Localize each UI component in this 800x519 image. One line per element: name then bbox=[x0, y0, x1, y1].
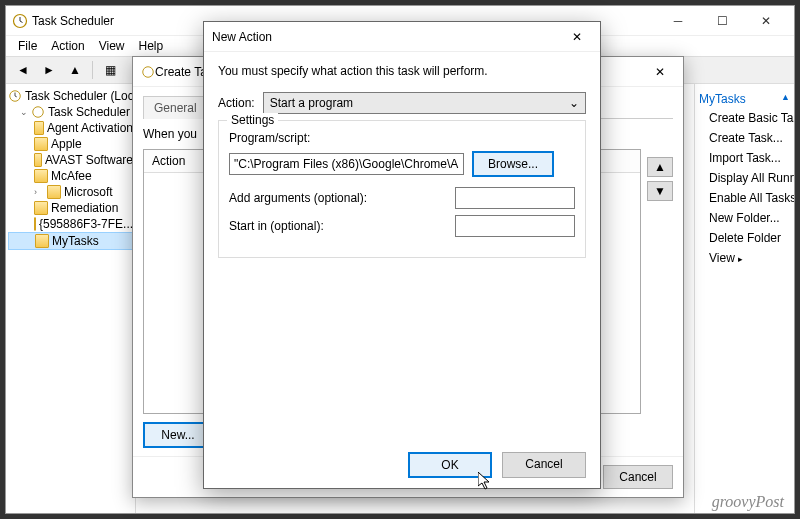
nav-fwd-button[interactable]: ► bbox=[38, 59, 60, 81]
action-row: Action: Start a program ⌄ bbox=[218, 92, 586, 114]
tree-item[interactable]: Apple bbox=[8, 136, 133, 152]
tree-item[interactable]: Remediation bbox=[8, 200, 133, 216]
tree-item-label: Agent Activation bbox=[47, 121, 133, 135]
move-down-button[interactable]: ▼ bbox=[647, 181, 673, 201]
menu-file[interactable]: File bbox=[12, 37, 43, 55]
expander-icon[interactable]: ⌄ bbox=[20, 107, 28, 117]
dropdown-value: Start a program bbox=[270, 96, 353, 110]
action-item[interactable]: Enable All Tasks History bbox=[699, 188, 790, 208]
menu-help[interactable]: Help bbox=[133, 37, 170, 55]
tree-item-label: Microsoft bbox=[64, 185, 113, 199]
view-button[interactable]: ▦ bbox=[99, 59, 121, 81]
watermark: groovyPost bbox=[712, 493, 784, 511]
args-input[interactable] bbox=[455, 187, 575, 209]
actions-header: MyTasks▲ bbox=[699, 90, 790, 108]
action-item[interactable]: Display All Running Tasks bbox=[699, 168, 790, 188]
tree-item-label: MyTasks bbox=[52, 234, 99, 248]
minimize-button[interactable]: ─ bbox=[656, 7, 700, 35]
dialog-footer: OK Cancel bbox=[204, 442, 600, 488]
startin-row: Start in (optional): bbox=[229, 215, 575, 237]
tree-panel[interactable]: Task Scheduler (Local) ⌄ Task Scheduler … bbox=[6, 84, 136, 513]
folder-icon bbox=[47, 185, 61, 199]
tree-item-selected[interactable]: MyTasks bbox=[8, 232, 133, 250]
folder-icon bbox=[34, 137, 48, 151]
program-row: Browse... bbox=[229, 151, 575, 177]
action-dropdown[interactable]: Start a program ⌄ bbox=[263, 92, 586, 114]
app-icon bbox=[141, 65, 155, 79]
action-item[interactable]: View ▸ bbox=[699, 248, 790, 268]
svg-point-3 bbox=[143, 66, 154, 77]
tree-library[interactable]: ⌄ Task Scheduler Library bbox=[8, 104, 133, 120]
args-row: Add arguments (optional): bbox=[229, 187, 575, 209]
action-item[interactable]: Create Task... bbox=[699, 128, 790, 148]
menu-action[interactable]: Action bbox=[45, 37, 90, 55]
tree-item[interactable]: McAfee bbox=[8, 168, 133, 184]
actions-panel: MyTasks▲ Create Basic Task... Create Tas… bbox=[694, 84, 794, 513]
tree-item-label: {595886F3-7FE... bbox=[39, 217, 133, 231]
folder-icon bbox=[34, 121, 44, 135]
folder-icon bbox=[34, 169, 48, 183]
folder-icon bbox=[35, 234, 49, 248]
program-label: Program/script: bbox=[229, 131, 575, 145]
expander-icon[interactable]: › bbox=[34, 187, 44, 197]
args-label: Add arguments (optional): bbox=[229, 191, 367, 205]
nav-back-button[interactable]: ◄ bbox=[12, 59, 34, 81]
close-button[interactable]: ✕ bbox=[744, 7, 788, 35]
cancel-button[interactable]: Cancel bbox=[603, 465, 673, 489]
instruction-text: You must specify what action this task w… bbox=[218, 64, 586, 78]
tree-item-label: AVAST Software bbox=[45, 153, 133, 167]
dialog-titlebar: New Action ✕ bbox=[204, 22, 600, 52]
action-item[interactable]: New Folder... bbox=[699, 208, 790, 228]
actions-header-label: MyTasks bbox=[699, 92, 746, 106]
folder-icon bbox=[34, 201, 48, 215]
move-up-button[interactable]: ▲ bbox=[647, 157, 673, 177]
tree-library-label: Task Scheduler Library bbox=[48, 105, 136, 119]
svg-point-2 bbox=[33, 107, 44, 118]
tree-item[interactable]: AVAST Software bbox=[8, 152, 133, 168]
action-item[interactable]: Delete Folder bbox=[699, 228, 790, 248]
window-controls: ─ ☐ ✕ bbox=[656, 7, 788, 35]
nav-up-button[interactable]: ▲ bbox=[64, 59, 86, 81]
program-input[interactable] bbox=[229, 153, 464, 175]
action-item-label: View bbox=[709, 251, 735, 265]
tree-item-label: McAfee bbox=[51, 169, 92, 183]
action-item[interactable]: Import Task... bbox=[699, 148, 790, 168]
tree-item[interactable]: {595886F3-7FE... bbox=[8, 216, 133, 232]
reorder-buttons: ▲ ▼ bbox=[647, 157, 673, 414]
new-action-dialog: New Action ✕ You must specify what actio… bbox=[203, 21, 601, 489]
mouse-cursor bbox=[478, 472, 494, 495]
tree-item[interactable]: Agent Activation bbox=[8, 120, 133, 136]
app-icon bbox=[12, 13, 28, 29]
scheduler-icon bbox=[31, 105, 45, 119]
startin-input[interactable] bbox=[455, 215, 575, 237]
tree-item[interactable]: ›Microsoft bbox=[8, 184, 133, 200]
folder-icon bbox=[34, 217, 36, 231]
tree-root[interactable]: Task Scheduler (Local) bbox=[8, 88, 133, 104]
settings-legend: Settings bbox=[227, 113, 278, 127]
collapse-icon[interactable]: ▲ bbox=[781, 92, 790, 106]
scheduler-icon bbox=[8, 89, 22, 103]
tree-item-label: Remediation bbox=[51, 201, 118, 215]
chevron-down-icon: ⌄ bbox=[569, 96, 579, 110]
tab-general[interactable]: General bbox=[143, 96, 208, 119]
toolbar-separator bbox=[92, 61, 93, 79]
dialog-close-button[interactable]: ✕ bbox=[645, 59, 675, 85]
chevron-right-icon: ▸ bbox=[738, 254, 743, 264]
browse-button[interactable]: Browse... bbox=[472, 151, 554, 177]
folder-icon bbox=[34, 153, 42, 167]
startin-label: Start in (optional): bbox=[229, 219, 324, 233]
dialog-close-button[interactable]: ✕ bbox=[562, 24, 592, 50]
menu-view[interactable]: View bbox=[93, 37, 131, 55]
tree-item-label: Apple bbox=[51, 137, 82, 151]
tree-root-label: Task Scheduler (Local) bbox=[25, 89, 136, 103]
action-item[interactable]: Create Basic Task... bbox=[699, 108, 790, 128]
dialog-title: New Action bbox=[212, 30, 562, 44]
maximize-button[interactable]: ☐ bbox=[700, 7, 744, 35]
dialog-body: You must specify what action this task w… bbox=[204, 52, 600, 442]
cancel-button[interactable]: Cancel bbox=[502, 452, 586, 478]
action-label: Action: bbox=[218, 96, 255, 110]
settings-group: Settings Program/script: Browse... Add a… bbox=[218, 120, 586, 258]
